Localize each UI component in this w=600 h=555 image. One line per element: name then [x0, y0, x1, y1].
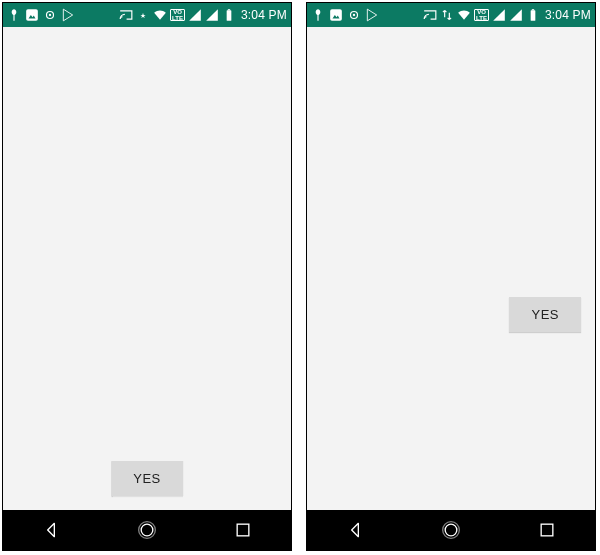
- transfer-icon: [440, 8, 454, 22]
- svg-rect-0: [26, 9, 38, 21]
- volte-icon: VOLTE: [474, 9, 489, 21]
- signal-icon: [205, 8, 219, 22]
- app-content: YES: [3, 27, 291, 510]
- battery-icon: [222, 8, 236, 22]
- signal-icon: [509, 8, 523, 22]
- app-content: YES: [307, 27, 595, 510]
- clock-text: 3:04 PM: [241, 8, 287, 22]
- dot-icon: [347, 8, 361, 22]
- nav-back-icon[interactable]: [345, 520, 365, 540]
- wifi-icon: [457, 8, 471, 22]
- play-icon: [61, 8, 75, 22]
- battery-icon: [526, 8, 540, 22]
- svg-point-5: [141, 524, 153, 536]
- nav-back-icon[interactable]: [41, 520, 61, 540]
- signal-icon: [188, 8, 202, 22]
- svg-rect-8: [330, 9, 342, 21]
- yes-button[interactable]: YES: [509, 297, 581, 332]
- svg-rect-4: [228, 9, 230, 10]
- mountain-icon: [329, 8, 343, 22]
- svg-point-10: [353, 14, 355, 16]
- statusbar-right-icons: VOLTE 3:04 PM: [423, 8, 591, 22]
- phone-left: ٭ VOLTE 3:04 PM YES: [2, 2, 292, 551]
- svg-rect-15: [541, 524, 553, 536]
- navbar: [307, 510, 595, 550]
- svg-point-2: [49, 14, 51, 16]
- svg-rect-12: [532, 9, 534, 10]
- wifi-icon: [153, 8, 167, 22]
- mountain-icon: [25, 8, 39, 22]
- phone-right: VOLTE 3:04 PM YES: [306, 2, 596, 551]
- play-icon: [365, 8, 379, 22]
- statusbar: ٭ VOLTE 3:04 PM: [3, 3, 291, 27]
- statusbar-right-icons: ٭ VOLTE 3:04 PM: [119, 8, 287, 22]
- volte-icon: VOLTE: [170, 9, 185, 21]
- spoon-icon: [7, 8, 21, 22]
- cast-icon: [119, 8, 133, 22]
- dot-icon: [43, 8, 57, 22]
- signal-icon: [492, 8, 506, 22]
- statusbar-left-icons: [7, 8, 75, 22]
- svg-rect-7: [237, 524, 249, 536]
- nav-recent-icon[interactable]: [233, 520, 253, 540]
- asterisk-icon: ٭: [136, 8, 150, 22]
- nav-home-icon[interactable]: [441, 520, 461, 540]
- yes-button[interactable]: YES: [111, 461, 183, 496]
- svg-point-13: [445, 524, 457, 536]
- svg-rect-11: [531, 10, 536, 20]
- svg-rect-3: [227, 10, 232, 20]
- spoon-icon: [311, 8, 325, 22]
- nav-recent-icon[interactable]: [537, 520, 557, 540]
- statusbar-left-icons: [311, 8, 379, 22]
- nav-home-icon[interactable]: [137, 520, 157, 540]
- cast-icon: [423, 8, 437, 22]
- statusbar: VOLTE 3:04 PM: [307, 3, 595, 27]
- navbar: [3, 510, 291, 550]
- clock-text: 3:04 PM: [545, 8, 591, 22]
